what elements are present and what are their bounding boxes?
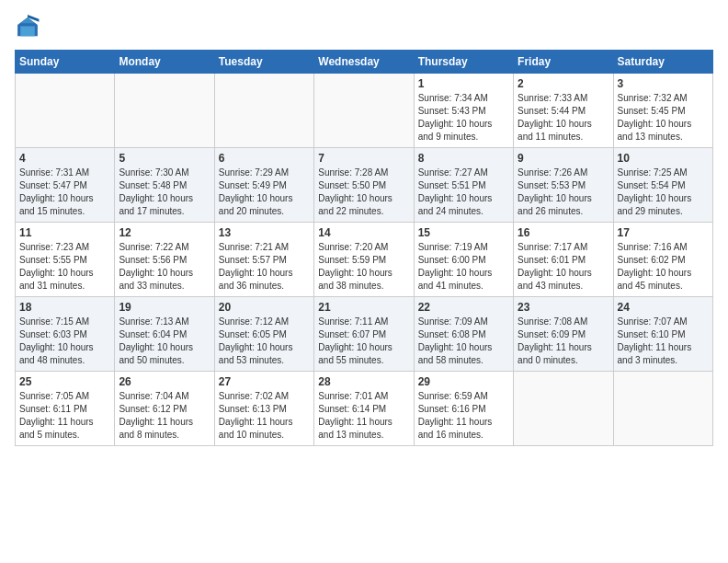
day-info: Sunrise: 7:22 AM Sunset: 5:56 PM Dayligh… — [119, 241, 210, 293]
day-info: Sunrise: 7:19 AM Sunset: 6:00 PM Dayligh… — [418, 241, 509, 293]
calendar-cell: 19Sunrise: 7:13 AM Sunset: 6:04 PM Dayli… — [115, 297, 214, 372]
page-header — [15, 15, 713, 40]
calendar-cell: 24Sunrise: 7:07 AM Sunset: 6:10 PM Dayli… — [613, 297, 712, 372]
day-number: 28 — [318, 375, 409, 388]
svg-rect-2 — [20, 26, 35, 36]
calendar-cell: 10Sunrise: 7:25 AM Sunset: 5:54 PM Dayli… — [613, 148, 712, 223]
day-number: 5 — [119, 152, 210, 165]
day-info: Sunrise: 7:29 AM Sunset: 5:49 PM Dayligh… — [219, 167, 310, 218]
col-header-sunday: Sunday — [16, 51, 115, 74]
day-info: Sunrise: 6:59 AM Sunset: 6:16 PM Dayligh… — [418, 390, 509, 442]
day-info: Sunrise: 7:01 AM Sunset: 6:14 PM Dayligh… — [318, 390, 409, 442]
day-number: 18 — [19, 301, 110, 314]
calendar-cell: 1Sunrise: 7:34 AM Sunset: 5:43 PM Daylig… — [414, 74, 513, 148]
day-number: 25 — [19, 375, 110, 388]
day-number: 9 — [518, 152, 609, 165]
day-number: 14 — [318, 226, 409, 239]
day-info: Sunrise: 7:05 AM Sunset: 6:11 PM Dayligh… — [19, 390, 110, 442]
day-number: 22 — [418, 301, 509, 314]
day-number: 20 — [219, 301, 310, 314]
day-number: 21 — [318, 301, 409, 314]
day-number: 6 — [219, 152, 310, 165]
day-number: 15 — [418, 226, 509, 239]
day-number: 10 — [618, 152, 709, 165]
day-info: Sunrise: 7:04 AM Sunset: 6:12 PM Dayligh… — [119, 390, 210, 442]
day-number: 17 — [618, 226, 709, 239]
week-row-1: 1Sunrise: 7:34 AM Sunset: 5:43 PM Daylig… — [16, 74, 713, 148]
col-header-thursday: Thursday — [414, 51, 513, 74]
calendar-cell: 12Sunrise: 7:22 AM Sunset: 5:56 PM Dayli… — [115, 223, 214, 297]
day-info: Sunrise: 7:23 AM Sunset: 5:55 PM Dayligh… — [19, 241, 110, 293]
day-number: 3 — [618, 77, 709, 90]
calendar-cell: 13Sunrise: 7:21 AM Sunset: 5:57 PM Dayli… — [214, 223, 313, 297]
day-number: 4 — [19, 152, 110, 165]
day-info: Sunrise: 7:20 AM Sunset: 5:59 PM Dayligh… — [318, 241, 409, 293]
day-info: Sunrise: 7:34 AM Sunset: 5:43 PM Dayligh… — [418, 92, 509, 144]
day-info: Sunrise: 7:09 AM Sunset: 6:08 PM Dayligh… — [418, 316, 509, 367]
col-header-monday: Monday — [115, 51, 214, 74]
week-row-4: 18Sunrise: 7:15 AM Sunset: 6:03 PM Dayli… — [16, 297, 713, 372]
calendar-cell: 8Sunrise: 7:27 AM Sunset: 5:51 PM Daylig… — [414, 148, 513, 223]
day-info: Sunrise: 7:12 AM Sunset: 6:05 PM Dayligh… — [219, 316, 310, 367]
calendar-cell: 17Sunrise: 7:16 AM Sunset: 6:02 PM Dayli… — [613, 223, 712, 297]
calendar-cell: 22Sunrise: 7:09 AM Sunset: 6:08 PM Dayli… — [414, 297, 513, 372]
day-info: Sunrise: 7:02 AM Sunset: 6:13 PM Dayligh… — [219, 390, 310, 442]
calendar-table: SundayMondayTuesdayWednesdayThursdayFrid… — [15, 50, 713, 446]
day-number: 13 — [219, 226, 310, 239]
day-info: Sunrise: 7:07 AM Sunset: 6:10 PM Dayligh… — [618, 316, 709, 367]
calendar-cell: 23Sunrise: 7:08 AM Sunset: 6:09 PM Dayli… — [514, 297, 613, 372]
week-row-2: 4Sunrise: 7:31 AM Sunset: 5:47 PM Daylig… — [16, 148, 713, 223]
day-info: Sunrise: 7:15 AM Sunset: 6:03 PM Dayligh… — [19, 316, 110, 367]
header-row: SundayMondayTuesdayWednesdayThursdayFrid… — [16, 51, 713, 74]
day-info: Sunrise: 7:11 AM Sunset: 6:07 PM Dayligh… — [318, 316, 409, 367]
calendar-cell: 28Sunrise: 7:01 AM Sunset: 6:14 PM Dayli… — [314, 372, 414, 446]
week-row-5: 25Sunrise: 7:05 AM Sunset: 6:11 PM Dayli… — [16, 372, 713, 446]
day-number: 27 — [219, 375, 310, 388]
logo-icon — [15, 15, 40, 40]
day-number: 26 — [119, 375, 210, 388]
day-number: 16 — [518, 226, 609, 239]
calendar-cell — [16, 74, 115, 148]
day-info: Sunrise: 7:33 AM Sunset: 5:44 PM Dayligh… — [518, 92, 609, 144]
day-number: 12 — [119, 226, 210, 239]
calendar-cell — [115, 74, 214, 148]
calendar-cell: 20Sunrise: 7:12 AM Sunset: 6:05 PM Dayli… — [214, 297, 313, 372]
day-info: Sunrise: 7:21 AM Sunset: 5:57 PM Dayligh… — [219, 241, 310, 293]
calendar-cell: 7Sunrise: 7:28 AM Sunset: 5:50 PM Daylig… — [314, 148, 414, 223]
calendar-cell: 11Sunrise: 7:23 AM Sunset: 5:55 PM Dayli… — [16, 223, 115, 297]
day-number: 11 — [19, 226, 110, 239]
week-row-3: 11Sunrise: 7:23 AM Sunset: 5:55 PM Dayli… — [16, 223, 713, 297]
day-number: 29 — [418, 375, 509, 388]
calendar-cell: 14Sunrise: 7:20 AM Sunset: 5:59 PM Dayli… — [314, 223, 414, 297]
day-info: Sunrise: 7:32 AM Sunset: 5:45 PM Dayligh… — [618, 92, 709, 144]
day-info: Sunrise: 7:13 AM Sunset: 6:04 PM Dayligh… — [119, 316, 210, 367]
calendar-cell: 9Sunrise: 7:26 AM Sunset: 5:53 PM Daylig… — [514, 148, 613, 223]
calendar-cell: 18Sunrise: 7:15 AM Sunset: 6:03 PM Dayli… — [16, 297, 115, 372]
day-number: 24 — [618, 301, 709, 314]
calendar-cell: 29Sunrise: 6:59 AM Sunset: 6:16 PM Dayli… — [414, 372, 513, 446]
col-header-friday: Friday — [514, 51, 613, 74]
day-number: 7 — [318, 152, 409, 165]
day-info: Sunrise: 7:31 AM Sunset: 5:47 PM Dayligh… — [19, 167, 110, 218]
calendar-cell: 27Sunrise: 7:02 AM Sunset: 6:13 PM Dayli… — [214, 372, 313, 446]
day-info: Sunrise: 7:30 AM Sunset: 5:48 PM Dayligh… — [119, 167, 210, 218]
day-number: 2 — [518, 77, 609, 90]
calendar-cell: 6Sunrise: 7:29 AM Sunset: 5:49 PM Daylig… — [214, 148, 313, 223]
calendar-cell — [613, 372, 712, 446]
day-number: 8 — [418, 152, 509, 165]
day-number: 19 — [119, 301, 210, 314]
day-info: Sunrise: 7:26 AM Sunset: 5:53 PM Dayligh… — [518, 167, 609, 218]
day-info: Sunrise: 7:17 AM Sunset: 6:01 PM Dayligh… — [518, 241, 609, 293]
calendar-cell: 3Sunrise: 7:32 AM Sunset: 5:45 PM Daylig… — [613, 74, 712, 148]
calendar-cell — [514, 372, 613, 446]
logo — [15, 15, 44, 40]
calendar-cell: 15Sunrise: 7:19 AM Sunset: 6:00 PM Dayli… — [414, 223, 513, 297]
calendar-cell: 16Sunrise: 7:17 AM Sunset: 6:01 PM Dayli… — [514, 223, 613, 297]
day-info: Sunrise: 7:16 AM Sunset: 6:02 PM Dayligh… — [618, 241, 709, 293]
calendar-cell: 4Sunrise: 7:31 AM Sunset: 5:47 PM Daylig… — [16, 148, 115, 223]
col-header-saturday: Saturday — [613, 51, 712, 74]
calendar-cell: 5Sunrise: 7:30 AM Sunset: 5:48 PM Daylig… — [115, 148, 214, 223]
calendar-cell: 2Sunrise: 7:33 AM Sunset: 5:44 PM Daylig… — [514, 74, 613, 148]
calendar-cell — [214, 74, 313, 148]
col-header-wednesday: Wednesday — [314, 51, 414, 74]
